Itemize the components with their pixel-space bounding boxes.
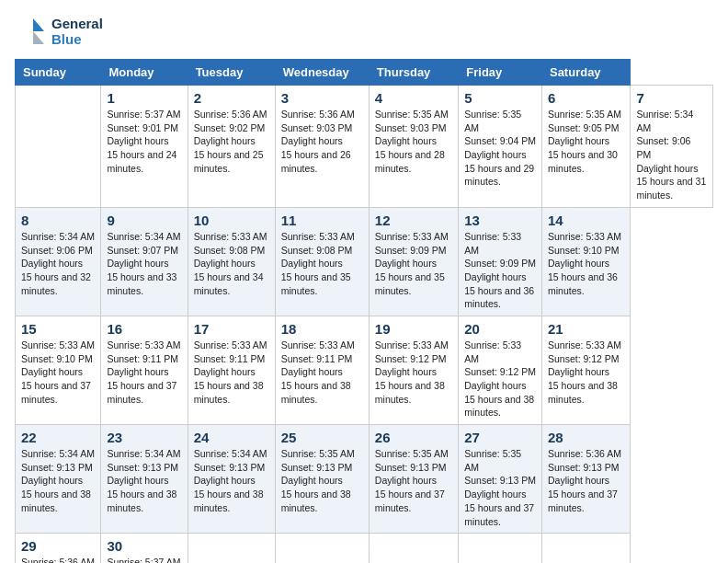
day-info: Sunrise: 5:35 AMSunset: 9:05 PMDaylight … <box>548 108 624 175</box>
calendar-cell: 14Sunrise: 5:33 AMSunset: 9:10 PMDayligh… <box>541 207 630 316</box>
logo-svg <box>15 15 48 48</box>
day-info: Sunrise: 5:33 AMSunset: 9:09 PMDaylight … <box>464 230 536 311</box>
day-number: 28 <box>548 430 624 445</box>
calendar-cell: 7Sunrise: 5:34 AMSunset: 9:06 PMDaylight… <box>631 86 713 208</box>
day-number: 15 <box>21 321 95 337</box>
calendar-cell: 28Sunrise: 5:36 AMSunset: 9:13 PMDayligh… <box>541 425 630 534</box>
calendar-week-row: 15Sunrise: 5:33 AMSunset: 9:10 PMDayligh… <box>16 316 713 424</box>
day-number: 11 <box>281 213 363 228</box>
calendar-cell: 21Sunrise: 5:33 AMSunset: 9:12 PMDayligh… <box>541 316 630 424</box>
day-info: Sunrise: 5:33 AMSunset: 9:11 PMDaylight … <box>107 339 181 406</box>
day-info: Sunrise: 5:35 AMSunset: 9:13 PMDaylight … <box>281 447 363 514</box>
day-info: Sunrise: 5:33 AMSunset: 9:08 PMDaylight … <box>281 230 363 297</box>
day-info: Sunrise: 5:33 AMSunset: 9:11 PMDaylight … <box>194 339 269 406</box>
day-number: 25 <box>281 430 363 445</box>
weekday-header-tuesday: Tuesday <box>188 60 275 86</box>
day-info: Sunrise: 5:35 AMSunset: 9:13 PMDaylight … <box>464 447 536 528</box>
day-number: 22 <box>21 430 95 445</box>
day-info: Sunrise: 5:34 AMSunset: 9:06 PMDaylight … <box>636 108 707 202</box>
day-number: 27 <box>464 430 536 445</box>
day-number: 6 <box>548 90 624 106</box>
calendar-cell: 2Sunrise: 5:36 AMSunset: 9:02 PMDaylight… <box>188 86 275 208</box>
day-number: 17 <box>194 321 269 337</box>
calendar-cell: 3Sunrise: 5:36 AMSunset: 9:03 PMDaylight… <box>275 86 369 208</box>
calendar-cell: 22Sunrise: 5:34 AMSunset: 9:13 PMDayligh… <box>16 425 101 534</box>
calendar-cell: 18Sunrise: 5:33 AMSunset: 9:11 PMDayligh… <box>275 316 369 424</box>
day-number: 2 <box>194 90 269 106</box>
day-info: Sunrise: 5:36 AMSunset: 9:13 PMDaylight … <box>21 556 95 563</box>
day-number: 1 <box>107 90 181 106</box>
day-number: 9 <box>107 213 181 228</box>
day-number: 29 <box>21 538 95 554</box>
day-info: Sunrise: 5:36 AMSunset: 9:03 PMDaylight … <box>281 108 363 175</box>
calendar-cell <box>275 534 369 563</box>
weekday-header-saturday: Saturday <box>541 60 630 86</box>
calendar-cell: 24Sunrise: 5:34 AMSunset: 9:13 PMDayligh… <box>188 425 275 534</box>
day-info: Sunrise: 5:34 AMSunset: 9:07 PMDaylight … <box>107 230 181 297</box>
calendar-week-row: 22Sunrise: 5:34 AMSunset: 9:13 PMDayligh… <box>16 425 713 534</box>
logo: General Blue <box>15 15 103 48</box>
day-info: Sunrise: 5:33 AMSunset: 9:12 PMDaylight … <box>464 339 536 419</box>
calendar-cell: 15Sunrise: 5:33 AMSunset: 9:10 PMDayligh… <box>16 316 101 424</box>
calendar-cell <box>541 534 630 563</box>
calendar-week-row: 29Sunrise: 5:36 AMSunset: 9:13 PMDayligh… <box>16 534 713 563</box>
header: General Blue <box>15 15 713 48</box>
day-number: 23 <box>107 430 181 445</box>
calendar-cell: 1Sunrise: 5:37 AMSunset: 9:01 PMDaylight… <box>101 86 188 208</box>
day-number: 7 <box>636 90 707 106</box>
calendar-cell: 19Sunrise: 5:33 AMSunset: 9:12 PMDayligh… <box>369 316 458 424</box>
day-info: Sunrise: 5:34 AMSunset: 9:13 PMDaylight … <box>194 447 269 514</box>
day-info: Sunrise: 5:33 AMSunset: 9:12 PMDaylight … <box>548 339 624 406</box>
day-info: Sunrise: 5:35 AMSunset: 9:03 PMDaylight … <box>375 108 452 175</box>
day-info: Sunrise: 5:34 AMSunset: 9:13 PMDaylight … <box>107 447 181 514</box>
calendar-cell: 16Sunrise: 5:33 AMSunset: 9:11 PMDayligh… <box>101 316 188 424</box>
day-number: 16 <box>107 321 181 337</box>
day-number: 20 <box>464 321 536 337</box>
day-number: 10 <box>194 213 269 228</box>
calendar-cell: 9Sunrise: 5:34 AMSunset: 9:07 PMDaylight… <box>101 207 188 316</box>
day-info: Sunrise: 5:33 AMSunset: 9:08 PMDaylight … <box>194 230 269 297</box>
calendar-cell: 29Sunrise: 5:36 AMSunset: 9:13 PMDayligh… <box>16 534 101 563</box>
day-info: Sunrise: 5:35 AMSunset: 9:04 PMDaylight … <box>464 108 536 189</box>
calendar-cell: 10Sunrise: 5:33 AMSunset: 9:08 PMDayligh… <box>188 207 275 316</box>
calendar-cell: 4Sunrise: 5:35 AMSunset: 9:03 PMDaylight… <box>369 86 458 208</box>
day-number: 13 <box>464 213 536 228</box>
day-number: 8 <box>21 213 95 228</box>
day-info: Sunrise: 5:33 AMSunset: 9:10 PMDaylight … <box>548 230 624 297</box>
day-info: Sunrise: 5:37 AMSunset: 9:13 PMDaylight … <box>107 556 181 563</box>
calendar-cell <box>459 534 542 563</box>
day-number: 5 <box>464 90 536 106</box>
calendar-header-row: SundayMondayTuesdayWednesdayThursdayFrid… <box>16 60 713 86</box>
calendar-cell: 6Sunrise: 5:35 AMSunset: 9:05 PMDaylight… <box>541 86 630 208</box>
day-info: Sunrise: 5:33 AMSunset: 9:09 PMDaylight … <box>375 230 452 297</box>
calendar-cell <box>16 86 101 208</box>
calendar-body: 1Sunrise: 5:37 AMSunset: 9:01 PMDaylight… <box>16 86 713 564</box>
day-number: 21 <box>548 321 624 337</box>
calendar-cell: 13Sunrise: 5:33 AMSunset: 9:09 PMDayligh… <box>459 207 542 316</box>
calendar-cell: 17Sunrise: 5:33 AMSunset: 9:11 PMDayligh… <box>188 316 275 424</box>
day-number: 14 <box>548 213 624 228</box>
calendar-cell: 27Sunrise: 5:35 AMSunset: 9:13 PMDayligh… <box>459 425 542 534</box>
calendar-cell: 30Sunrise: 5:37 AMSunset: 9:13 PMDayligh… <box>101 534 188 563</box>
calendar-cell: 5Sunrise: 5:35 AMSunset: 9:04 PMDaylight… <box>459 86 542 208</box>
day-number: 4 <box>375 90 452 106</box>
calendar-cell: 25Sunrise: 5:35 AMSunset: 9:13 PMDayligh… <box>275 425 369 534</box>
day-number: 30 <box>107 538 181 554</box>
calendar-week-row: 8Sunrise: 5:34 AMSunset: 9:06 PMDaylight… <box>16 207 713 316</box>
day-info: Sunrise: 5:34 AMSunset: 9:13 PMDaylight … <box>21 447 95 514</box>
calendar-cell <box>369 534 458 563</box>
day-number: 3 <box>281 90 363 106</box>
day-info: Sunrise: 5:33 AMSunset: 9:10 PMDaylight … <box>21 339 95 406</box>
day-info: Sunrise: 5:36 AMSunset: 9:13 PMDaylight … <box>548 447 624 514</box>
day-info: Sunrise: 5:35 AMSunset: 9:13 PMDaylight … <box>375 447 452 514</box>
calendar-table: SundayMondayTuesdayWednesdayThursdayFrid… <box>15 59 713 563</box>
logo-blue-text: Blue <box>51 31 103 47</box>
weekday-header-monday: Monday <box>101 60 188 86</box>
calendar-cell: 11Sunrise: 5:33 AMSunset: 9:08 PMDayligh… <box>275 207 369 316</box>
day-info: Sunrise: 5:36 AMSunset: 9:02 PMDaylight … <box>194 108 269 175</box>
calendar-week-row: 1Sunrise: 5:37 AMSunset: 9:01 PMDaylight… <box>16 86 713 208</box>
calendar-cell: 12Sunrise: 5:33 AMSunset: 9:09 PMDayligh… <box>369 207 458 316</box>
day-info: Sunrise: 5:33 AMSunset: 9:12 PMDaylight … <box>375 339 452 406</box>
day-number: 19 <box>375 321 452 337</box>
day-number: 24 <box>194 430 269 445</box>
